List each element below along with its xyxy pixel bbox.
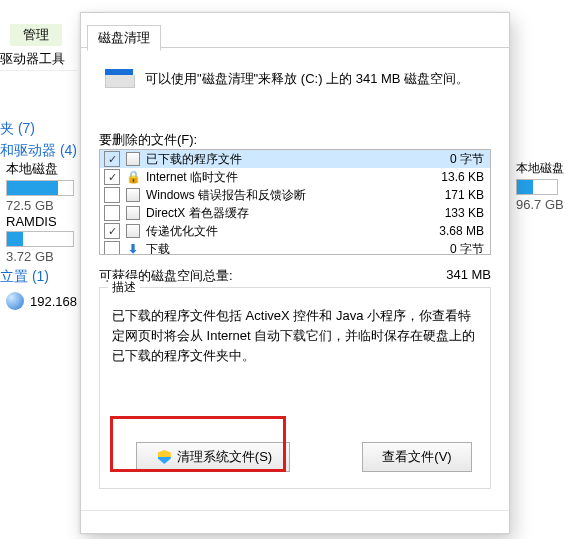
disk-cleanup-icon [105,69,133,89]
category-drives: 和驱动器 (4) [0,138,80,160]
drive-item-ramdisk[interactable]: RAMDIS 3.72 GB [6,214,74,264]
file-row-checkbox[interactable]: ✓ [104,169,120,185]
description-text: 已下载的程序文件包括 ActiveX 控件和 Java 小程序，你查看特定网页时… [112,306,478,366]
file-icon [126,224,140,238]
network-location-label: 192.168 [30,294,77,309]
reclaim-row: 可获得的磁盘空间总量: 341 MB [99,267,491,285]
file-row-name: 下载 [146,241,414,256]
reclaim-label: 可获得的磁盘空间总量: [99,267,411,285]
file-row-size: 171 KB [414,188,484,202]
ribbon-tab-manage[interactable]: 管理 [10,24,62,46]
file-row-name: Windows 错误报告和反馈诊断 [146,187,414,204]
files-to-delete-label: 要删除的文件(F): [99,131,197,149]
disk-cleanup-dialog: 磁盘清理 可以使用"磁盘清理"来释放 (C:) 上的 341 MB 磁盘空间。 … [80,12,510,534]
file-row-size: 133 KB [414,206,484,220]
description-legend: 描述 [108,279,140,296]
file-icon [126,152,140,166]
category-locations: 立置 (1) [0,268,49,286]
dialog-tab-cleanup[interactable]: 磁盘清理 [87,25,161,51]
drive-size: 96.7 GB [516,197,574,212]
drive-item-local[interactable]: 本地磁盘 72.5 GB [6,160,74,213]
globe-icon [6,292,24,310]
view-files-button[interactable]: 查看文件(V) [362,442,472,472]
file-row-size: 13.6 KB [414,170,484,184]
view-files-label: 查看文件(V) [382,448,451,466]
file-row-checkbox[interactable] [104,241,120,255]
drive-usage-bar [516,179,558,195]
description-group: 描述 已下载的程序文件包括 ActiveX 控件和 Java 小程序，你查看特定… [99,287,491,489]
clean-system-files-label: 清理系统文件(S) [177,448,272,466]
download-icon: ⬇ [126,242,140,255]
intro-text: 可以使用"磁盘清理"来释放 (C:) 上的 341 MB 磁盘空间。 [145,69,487,89]
file-row-checkbox[interactable] [104,187,120,203]
ribbon-group-drive-tools: 驱动器工具 [0,50,78,68]
file-row-checkbox[interactable]: ✓ [104,223,120,239]
ribbon-separator [0,70,78,71]
drive-label: RAMDIS [6,214,74,229]
drive-item-right[interactable]: 本地磁盘 96.7 GB [516,160,574,212]
clean-system-files-button[interactable]: 清理系统文件(S) [136,442,290,472]
file-icon [126,206,140,220]
drive-size: 3.72 GB [6,249,74,264]
file-row-size: 3.68 MB [414,224,484,238]
network-location[interactable]: 192.168 [6,292,77,310]
file-row-name: 已下载的程序文件 [146,151,414,168]
file-row-name: DirectX 着色器缓存 [146,205,414,222]
file-row-size: 0 字节 [414,151,484,168]
drive-label: 本地磁盘 [6,160,74,178]
lock-icon: 🔒 [126,170,140,184]
category-folders: 夹 (7) [0,116,78,138]
file-row[interactable]: ✓传递优化文件3.68 MB [100,222,490,240]
file-row-size: 0 字节 [414,241,484,256]
shield-icon [158,450,171,464]
dialog-footer-separator [81,510,509,511]
file-row-checkbox[interactable] [104,205,120,221]
drive-size: 72.5 GB [6,198,74,213]
files-to-delete-list[interactable]: ✓已下载的程序文件0 字节✓🔒Internet 临时文件13.6 KBWindo… [99,149,491,255]
drive-usage-bar [6,231,74,247]
file-row[interactable]: ✓已下载的程序文件0 字节 [100,150,490,168]
file-row[interactable]: ⬇下载0 字节 [100,240,490,255]
file-row-checkbox[interactable]: ✓ [104,151,120,167]
file-row[interactable]: ✓🔒Internet 临时文件13.6 KB [100,168,490,186]
drive-usage-bar [6,180,74,196]
file-row[interactable]: DirectX 着色器缓存133 KB [100,204,490,222]
file-row-name: Internet 临时文件 [146,169,414,186]
file-row-name: 传递优化文件 [146,223,414,240]
reclaim-value: 341 MB [411,267,491,285]
file-row[interactable]: Windows 错误报告和反馈诊断171 KB [100,186,490,204]
drive-label: 本地磁盘 [516,160,574,177]
file-icon [126,188,140,202]
